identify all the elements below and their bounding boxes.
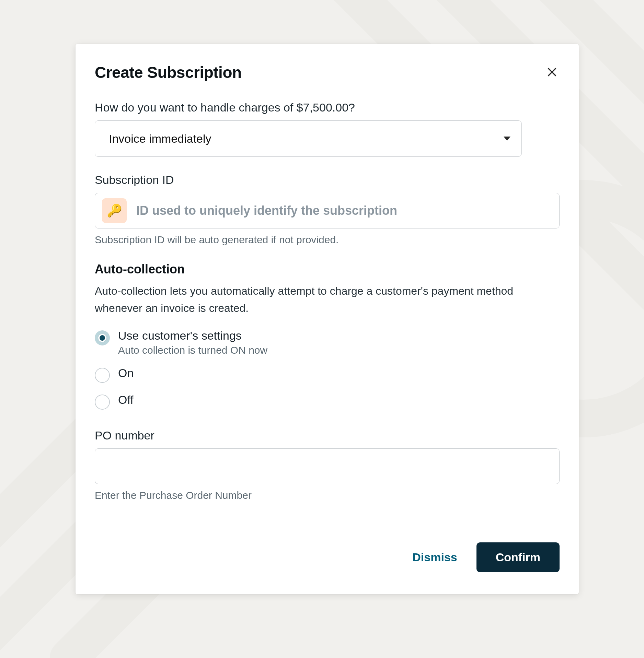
- key-icon: 🔑: [102, 198, 127, 223]
- auto-collection-option-on[interactable]: On: [95, 366, 560, 383]
- confirm-button[interactable]: Confirm: [476, 542, 560, 572]
- auto-collection-option-customer-settings[interactable]: Use customer's settings Auto collection …: [95, 329, 560, 356]
- charges-label: How do you want to handle charges of $7,…: [95, 101, 560, 114]
- close-icon: [546, 66, 558, 79]
- subscription-id-input[interactable]: [136, 203, 552, 218]
- po-number-helper: Enter the Purchase Order Number: [95, 490, 560, 501]
- dialog-footer: Dismiss Confirm: [95, 542, 560, 572]
- charges-select[interactable]: Invoice immediately: [95, 120, 522, 157]
- radio-sublabel: Auto collection is turned ON now: [118, 344, 267, 356]
- radio-label: Off: [118, 393, 134, 407]
- radio-selected-icon: [95, 330, 110, 345]
- radio-unselected-icon: [95, 368, 110, 383]
- dialog-header: Create Subscription: [95, 63, 560, 82]
- radio-unselected-icon: [95, 395, 110, 410]
- subscription-id-label: Subscription ID: [95, 173, 560, 187]
- create-subscription-dialog: Create Subscription How do you want to h…: [76, 44, 579, 594]
- chevron-down-icon: [504, 137, 510, 141]
- auto-collection-title: Auto-collection: [95, 262, 560, 277]
- subscription-id-helper: Subscription ID will be auto generated i…: [95, 234, 560, 246]
- close-button[interactable]: [544, 65, 560, 80]
- dialog-title: Create Subscription: [95, 63, 242, 82]
- auto-collection-option-off[interactable]: Off: [95, 393, 560, 410]
- auto-collection-options: Use customer's settings Auto collection …: [95, 329, 560, 410]
- charges-select-value: Invoice immediately: [109, 132, 211, 145]
- po-number-input[interactable]: [95, 448, 560, 484]
- radio-label: Use customer's settings: [118, 329, 267, 342]
- auto-collection-section: Auto-collection Auto-collection lets you…: [95, 262, 560, 410]
- charges-field: How do you want to handle charges of $7,…: [95, 101, 560, 157]
- po-number-label: PO number: [95, 429, 560, 442]
- subscription-id-field: Subscription ID 🔑 Subscription ID will b…: [95, 173, 560, 246]
- po-number-field: PO number Enter the Purchase Order Numbe…: [95, 429, 560, 501]
- radio-label: On: [118, 366, 134, 380]
- auto-collection-description: Auto-collection lets you automatically a…: [95, 283, 560, 317]
- dismiss-button[interactable]: Dismiss: [412, 551, 457, 564]
- subscription-id-input-wrapper: 🔑: [95, 193, 560, 228]
